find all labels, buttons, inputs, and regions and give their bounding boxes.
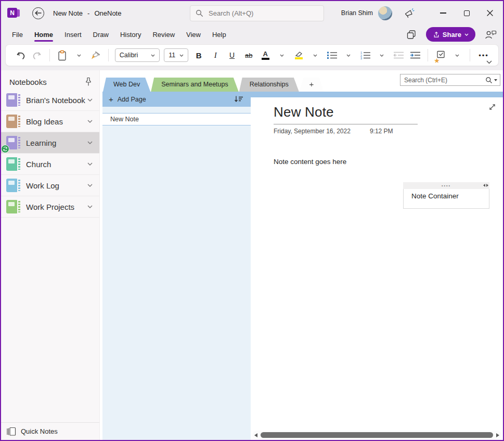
doc-name: New Note [53, 9, 83, 17]
page-list-item-new-note[interactable]: New Note [102, 113, 251, 125]
format-painter-button[interactable] [88, 47, 103, 63]
user-avatar[interactable] [378, 6, 392, 20]
scroll-left-arrow[interactable] [254, 433, 257, 437]
quick-notes-button[interactable]: Quick Notes [1, 422, 99, 440]
notebooks-header: Notebooks [9, 78, 85, 86]
new-window-icon[interactable] [406, 30, 417, 40]
chevron-down-icon[interactable] [87, 184, 93, 187]
note-container-text[interactable]: Note Container [403, 189, 489, 209]
global-search-box[interactable]: Search (Alt+Q) [190, 5, 324, 21]
title-underline [274, 124, 418, 124]
scrollbar-thumb[interactable] [261, 432, 493, 438]
back-button[interactable] [32, 7, 44, 19]
page-body-text[interactable]: Note content goes here [274, 158, 503, 166]
redo-button[interactable] [30, 47, 44, 63]
highlight-button[interactable] [291, 47, 306, 63]
feedback-megaphone-icon[interactable] [404, 8, 415, 18]
share-button[interactable]: Share [426, 27, 475, 42]
bullets-button[interactable] [325, 47, 339, 63]
user-name[interactable]: Brian Shim [341, 9, 373, 17]
bullets-dropdown[interactable] [341, 47, 356, 63]
search-icon [485, 77, 493, 84]
notebook-icon [6, 179, 20, 192]
notebooks-sidebar: Notebooks Brian's Notebook [1, 70, 100, 440]
sort-pages-icon[interactable] [234, 95, 243, 103]
horizontal-scrollbar[interactable] [252, 431, 501, 439]
section-search-box[interactable]: Search (Ctrl+E) [400, 74, 500, 86]
search-scope-dropdown-icon[interactable] [494, 79, 497, 81]
notebook-icon [6, 93, 20, 107]
collapse-ribbon-button[interactable] [486, 60, 492, 64]
font-color-button[interactable]: A [258, 47, 273, 63]
numbering-dropdown[interactable] [374, 47, 389, 63]
paste-button[interactable] [55, 47, 70, 63]
search-icon [196, 9, 203, 17]
onenote-logo-icon: N [7, 7, 21, 19]
add-page-button[interactable]: Add Page [118, 96, 234, 103]
menu-view[interactable]: View [180, 25, 206, 44]
minimize-button[interactable] [435, 5, 451, 21]
highlight-dropdown[interactable] [308, 47, 322, 63]
page-date: Friday, September 16, 2022 [274, 128, 351, 135]
chevron-down-icon[interactable] [87, 162, 93, 166]
title-separator: - [87, 9, 89, 17]
paste-dropdown[interactable] [72, 47, 86, 63]
menu-draw[interactable]: Draw [87, 25, 114, 44]
share-label: Share [443, 31, 461, 39]
strikethrough-button[interactable]: ab [241, 47, 256, 63]
section-search-placeholder: Search (Ctrl+E) [404, 77, 485, 84]
app-name: OneNote [94, 9, 121, 17]
sidebar-item-blog-ideas[interactable]: Blog Ideas [1, 111, 99, 132]
chevron-down-icon[interactable] [87, 98, 93, 102]
content-top-strip [251, 92, 503, 97]
menu-help[interactable]: Help [206, 25, 232, 44]
font-name-value: Calibri [120, 52, 147, 59]
page-title[interactable]: New Note [274, 104, 503, 120]
bold-button[interactable]: B [191, 47, 206, 63]
todo-tag-dropdown[interactable] [450, 47, 464, 63]
increase-indent-button[interactable] [408, 47, 422, 63]
tab-seminars-and-meetups[interactable]: Seminars and Meetups [151, 78, 239, 92]
contact-support-icon[interactable] [485, 30, 497, 40]
sidebar-item-church[interactable]: Church [1, 154, 99, 175]
underline-button[interactable]: U [225, 47, 239, 63]
sidebar-item-work-log[interactable]: Work Log [1, 175, 99, 196]
note-container[interactable]: •••• Note Container [403, 182, 489, 209]
undo-button[interactable] [13, 47, 28, 63]
onenote-window: N New Note - OneNote Search (Alt+Q) Bria… [0, 0, 504, 441]
sidebar-item-work-projects[interactable]: Work Projects [1, 196, 99, 218]
chevron-down-icon[interactable] [87, 205, 93, 208]
chevron-down-icon[interactable] [87, 120, 93, 123]
close-button[interactable] [482, 5, 498, 21]
note-container-handle[interactable]: •••• [403, 182, 489, 189]
numbering-button[interactable]: 123 [358, 47, 372, 63]
sidebar-item-learning[interactable]: Learning [1, 132, 99, 154]
page-time: 9:12 PM [370, 128, 393, 135]
font-name-select[interactable]: Calibri [115, 48, 160, 62]
pin-icon[interactable] [85, 77, 92, 86]
tab-web-dev[interactable]: Web Dev [103, 78, 150, 92]
font-size-select[interactable]: 11 [164, 48, 188, 62]
decrease-indent-button[interactable] [391, 47, 406, 63]
chevron-down-icon[interactable] [87, 141, 93, 144]
menu-insert[interactable]: Insert [59, 25, 87, 44]
italic-button[interactable]: I [208, 47, 223, 63]
maximize-button[interactable] [459, 5, 474, 21]
menu-home[interactable]: Home [29, 25, 59, 44]
scroll-right-arrow[interactable] [496, 433, 499, 437]
notebook-icon [6, 200, 20, 213]
page-content-area: New Note Friday, September 16, 2022 9:12… [251, 92, 503, 440]
window-title: New Note - OneNote [53, 9, 121, 17]
menu-file[interactable]: File [6, 25, 29, 44]
resize-arrows-icon[interactable] [483, 184, 488, 187]
notebook-icon [6, 115, 20, 128]
menu-history[interactable]: History [114, 25, 147, 44]
menu-review[interactable]: Review [147, 25, 180, 44]
sidebar-item-brians-notebook[interactable]: Brian's Notebook [1, 90, 99, 111]
todo-tag-button[interactable]: ★ [433, 47, 448, 63]
drag-dots-icon: •••• [403, 182, 489, 189]
tab-relationships[interactable]: Relationships [239, 78, 299, 92]
font-color-dropdown[interactable] [275, 47, 289, 63]
add-section-tab[interactable]: + [300, 78, 324, 92]
full-page-view-icon[interactable] [488, 103, 497, 111]
